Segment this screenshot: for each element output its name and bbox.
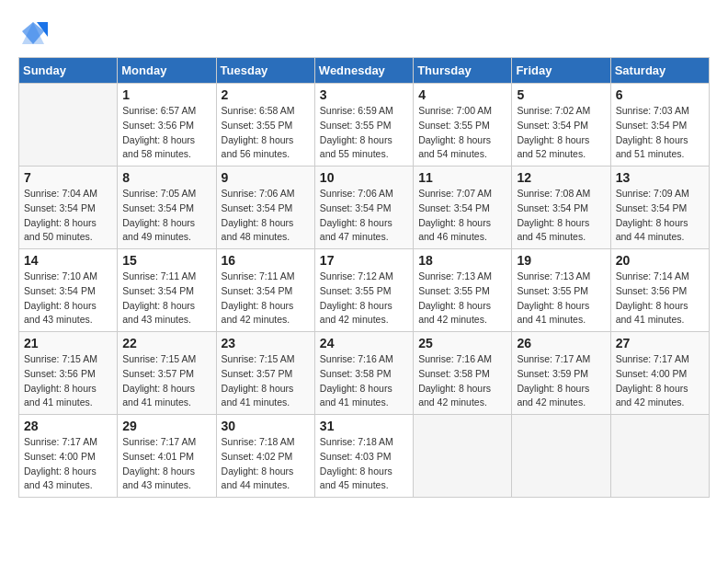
- day-number: 27: [616, 336, 704, 350]
- calendar-cell: 3Sunrise: 6:59 AMSunset: 3:55 PMDaylight…: [314, 84, 413, 167]
- day-info: Sunrise: 7:02 AMSunset: 3:54 PMDaylight:…: [517, 104, 605, 162]
- day-info: Sunrise: 7:15 AMSunset: 3:57 PMDaylight:…: [122, 352, 210, 410]
- day-number: 23: [222, 336, 310, 350]
- calendar-cell: [512, 415, 610, 498]
- day-info: Sunrise: 7:15 AMSunset: 3:57 PMDaylight:…: [222, 352, 310, 410]
- calendar-cell: 10Sunrise: 7:06 AMSunset: 3:54 PMDayligh…: [314, 167, 413, 249]
- day-info: Sunrise: 6:58 AMSunset: 3:55 PMDaylight:…: [222, 104, 310, 162]
- calendar-cell: 19Sunrise: 7:13 AMSunset: 3:55 PMDayligh…: [512, 249, 610, 332]
- day-info: Sunrise: 6:59 AMSunset: 3:55 PMDaylight:…: [320, 104, 408, 162]
- calendar-cell: 27Sunrise: 7:17 AMSunset: 4:00 PMDayligh…: [610, 332, 709, 415]
- day-number: 24: [320, 336, 408, 350]
- day-number: 21: [24, 336, 112, 350]
- calendar-cell: 2Sunrise: 6:58 AMSunset: 3:55 PMDaylight…: [216, 84, 314, 167]
- calendar-cell: 12Sunrise: 7:08 AMSunset: 3:54 PMDayligh…: [512, 167, 610, 249]
- weekday-header-tuesday: Tuesday: [216, 58, 314, 84]
- calendar-cell: 8Sunrise: 7:05 AMSunset: 3:54 PMDaylight…: [118, 167, 216, 249]
- calendar-cell: 15Sunrise: 7:11 AMSunset: 3:54 PMDayligh…: [118, 249, 216, 332]
- day-number: 1: [122, 87, 210, 102]
- day-number: 17: [320, 253, 408, 268]
- day-info: Sunrise: 7:15 AMSunset: 3:56 PMDaylight:…: [24, 352, 112, 410]
- calendar-cell: 13Sunrise: 7:09 AMSunset: 3:54 PMDayligh…: [610, 167, 709, 249]
- calendar-cell: 11Sunrise: 7:07 AMSunset: 3:54 PMDayligh…: [414, 167, 512, 249]
- page-header: [18, 18, 710, 48]
- day-number: 9: [222, 170, 310, 185]
- day-number: 25: [418, 336, 506, 350]
- day-info: Sunrise: 7:17 AMSunset: 4:01 PMDaylight:…: [122, 435, 210, 493]
- calendar-cell: 4Sunrise: 7:00 AMSunset: 3:55 PMDaylight…: [414, 84, 512, 167]
- calendar-cell: 30Sunrise: 7:18 AMSunset: 4:02 PMDayligh…: [216, 415, 314, 498]
- weekday-header-wednesday: Wednesday: [314, 58, 413, 84]
- calendar-cell: 6Sunrise: 7:03 AMSunset: 3:54 PMDaylight…: [610, 84, 709, 167]
- day-info: Sunrise: 7:07 AMSunset: 3:54 PMDaylight:…: [418, 187, 506, 245]
- day-info: Sunrise: 7:17 AMSunset: 4:00 PMDaylight:…: [24, 435, 112, 493]
- day-number: 18: [418, 253, 506, 268]
- calendar-week-row: 7Sunrise: 7:04 AMSunset: 3:54 PMDaylight…: [19, 167, 710, 249]
- day-info: Sunrise: 7:16 AMSunset: 3:58 PMDaylight:…: [418, 352, 506, 410]
- day-number: 30: [222, 419, 310, 433]
- day-number: 19: [517, 253, 605, 268]
- day-number: 31: [320, 419, 408, 433]
- day-number: 5: [517, 87, 605, 102]
- calendar-cell: 17Sunrise: 7:12 AMSunset: 3:55 PMDayligh…: [314, 249, 413, 332]
- day-number: 15: [122, 253, 210, 268]
- calendar-week-row: 21Sunrise: 7:15 AMSunset: 3:56 PMDayligh…: [19, 332, 710, 415]
- day-number: 22: [122, 336, 210, 350]
- calendar-cell: 18Sunrise: 7:13 AMSunset: 3:55 PMDayligh…: [414, 249, 512, 332]
- day-number: 2: [222, 87, 310, 102]
- day-number: 10: [320, 170, 408, 185]
- calendar-cell: [19, 84, 118, 167]
- day-info: Sunrise: 7:09 AMSunset: 3:54 PMDaylight:…: [616, 187, 704, 245]
- day-info: Sunrise: 7:13 AMSunset: 3:55 PMDaylight:…: [418, 270, 506, 327]
- day-info: Sunrise: 7:14 AMSunset: 3:56 PMDaylight:…: [616, 270, 704, 327]
- day-number: 28: [24, 419, 112, 433]
- calendar-cell: 16Sunrise: 7:11 AMSunset: 3:54 PMDayligh…: [216, 249, 314, 332]
- calendar-cell: 5Sunrise: 7:02 AMSunset: 3:54 PMDaylight…: [512, 84, 610, 167]
- weekday-header-thursday: Thursday: [414, 58, 512, 84]
- calendar-table: SundayMondayTuesdayWednesdayThursdayFrid…: [18, 57, 710, 498]
- day-number: 12: [517, 170, 605, 185]
- day-info: Sunrise: 7:06 AMSunset: 3:54 PMDaylight:…: [222, 187, 310, 245]
- day-number: 29: [122, 419, 210, 433]
- day-info: Sunrise: 6:57 AMSunset: 3:56 PMDaylight:…: [122, 104, 210, 162]
- calendar-cell: 1Sunrise: 6:57 AMSunset: 3:56 PMDaylight…: [118, 84, 216, 167]
- calendar-cell: 7Sunrise: 7:04 AMSunset: 3:54 PMDaylight…: [19, 167, 118, 249]
- day-info: Sunrise: 7:06 AMSunset: 3:54 PMDaylight:…: [320, 187, 408, 245]
- day-info: Sunrise: 7:00 AMSunset: 3:55 PMDaylight:…: [418, 104, 506, 162]
- day-number: 16: [222, 253, 310, 268]
- day-info: Sunrise: 7:11 AMSunset: 3:54 PMDaylight:…: [122, 270, 210, 327]
- day-number: 8: [122, 170, 210, 185]
- day-info: Sunrise: 7:11 AMSunset: 3:54 PMDaylight:…: [222, 270, 310, 327]
- day-number: 11: [418, 170, 506, 185]
- day-info: Sunrise: 7:18 AMSunset: 4:02 PMDaylight:…: [222, 435, 310, 493]
- day-info: Sunrise: 7:03 AMSunset: 3:54 PMDaylight:…: [616, 104, 704, 162]
- calendar-cell: 25Sunrise: 7:16 AMSunset: 3:58 PMDayligh…: [414, 332, 512, 415]
- weekday-header-saturday: Saturday: [610, 58, 709, 84]
- day-number: 26: [517, 336, 605, 350]
- weekday-header-monday: Monday: [118, 58, 216, 84]
- calendar-cell: [610, 415, 709, 498]
- calendar-cell: 20Sunrise: 7:14 AMSunset: 3:56 PMDayligh…: [610, 249, 709, 332]
- calendar-week-row: 14Sunrise: 7:10 AMSunset: 3:54 PMDayligh…: [19, 249, 710, 332]
- day-info: Sunrise: 7:10 AMSunset: 3:54 PMDaylight:…: [24, 270, 112, 327]
- weekday-header-sunday: Sunday: [19, 58, 118, 84]
- day-number: 14: [24, 253, 112, 268]
- calendar-cell: 14Sunrise: 7:10 AMSunset: 3:54 PMDayligh…: [19, 249, 118, 332]
- day-number: 7: [24, 170, 112, 185]
- calendar-cell: 28Sunrise: 7:17 AMSunset: 4:00 PMDayligh…: [19, 415, 118, 498]
- day-info: Sunrise: 7:12 AMSunset: 3:55 PMDaylight:…: [320, 270, 408, 327]
- calendar-week-row: 28Sunrise: 7:17 AMSunset: 4:00 PMDayligh…: [19, 415, 710, 498]
- calendar-cell: 26Sunrise: 7:17 AMSunset: 3:59 PMDayligh…: [512, 332, 610, 415]
- calendar-cell: 9Sunrise: 7:06 AMSunset: 3:54 PMDaylight…: [216, 167, 314, 249]
- day-number: 6: [616, 87, 704, 102]
- calendar-cell: 23Sunrise: 7:15 AMSunset: 3:57 PMDayligh…: [216, 332, 314, 415]
- weekday-header-row: SundayMondayTuesdayWednesdayThursdayFrid…: [19, 58, 710, 84]
- logo-icon: [18, 18, 48, 48]
- calendar-cell: 21Sunrise: 7:15 AMSunset: 3:56 PMDayligh…: [19, 332, 118, 415]
- day-info: Sunrise: 7:16 AMSunset: 3:58 PMDaylight:…: [320, 352, 408, 410]
- calendar-cell: 22Sunrise: 7:15 AMSunset: 3:57 PMDayligh…: [118, 332, 216, 415]
- calendar-cell: [414, 415, 512, 498]
- calendar-cell: 29Sunrise: 7:17 AMSunset: 4:01 PMDayligh…: [118, 415, 216, 498]
- day-info: Sunrise: 7:05 AMSunset: 3:54 PMDaylight:…: [122, 187, 210, 245]
- weekday-header-friday: Friday: [512, 58, 610, 84]
